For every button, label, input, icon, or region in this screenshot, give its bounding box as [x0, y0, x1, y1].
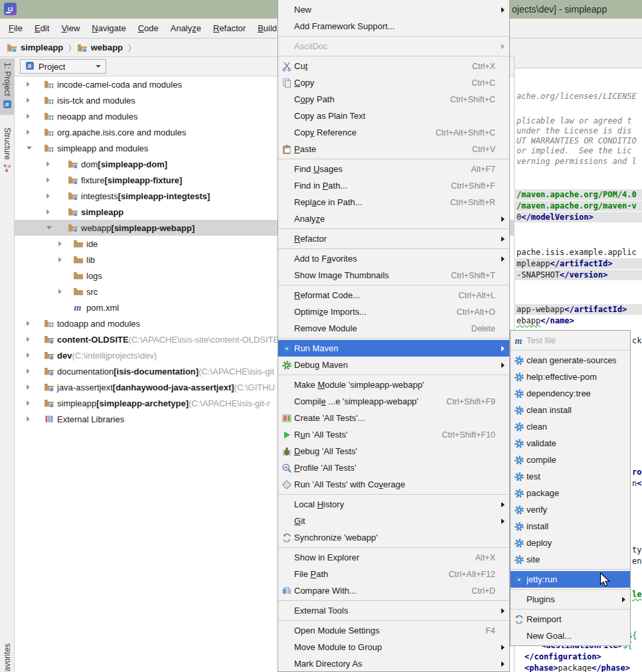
context-menu-item-add-framework-support[interactable]: Add Framework Support... — [278, 18, 509, 35]
context-menu-item-find-in-path[interactable]: Find in Path...Ctrl+Shift+F — [278, 177, 509, 194]
menubar-item-analyze[interactable]: Analyze — [165, 23, 207, 33]
context-menu-item-remove-module[interactable]: Remove ModuleDelete — [278, 320, 509, 337]
context-menu-item-compare-with[interactable]: Compare With...Ctrl+D — [278, 582, 509, 599]
expand-arrow-icon[interactable] — [27, 129, 30, 135]
context-menu-item-git[interactable]: Git — [278, 513, 509, 529]
context-menu-item-show-image-thumbnails[interactable]: Show Image ThumbnailsCtrl+Shift+T — [278, 267, 509, 284]
expand-arrow-icon[interactable] — [27, 321, 30, 326]
context-menu-item-run-all-tests[interactable]: Run 'All Tests'Ctrl+Shift+F10 — [278, 426, 509, 443]
collapse-arrow-icon[interactable] — [27, 147, 32, 150]
menu-item-shortcut: Ctrl+Shift+F10 — [441, 430, 495, 440]
expand-arrow-icon[interactable] — [27, 416, 30, 422]
expand-arrow-icon[interactable] — [27, 400, 30, 406]
context-menu-item-copy-as-plain-text[interactable]: Copy as Plain Text — [278, 108, 509, 124]
editor-code-fragment: mpleapp</artifactId> — [517, 258, 613, 269]
maven-goal-clean[interactable]: clean — [511, 418, 630, 435]
context-menu-item-refactor[interactable]: Refactor — [278, 230, 509, 247]
maven-goal-verify[interactable]: verify — [511, 501, 630, 518]
expand-arrow-icon[interactable] — [27, 353, 30, 358]
menubar-item-code[interactable]: Code — [132, 23, 165, 33]
maven-goal-help-effective-pom[interactable]: help:effective-pom — [511, 369, 630, 385]
tool-window-tab-1-project[interactable]: 1: ProjectJI — [0, 58, 15, 115]
context-menu-item-copy-reference[interactable]: Copy ReferenceCtrl+Alt+Shift+C — [278, 124, 509, 141]
context-menu-item-synchronize-webapp[interactable]: Synchronize 'webapp' — [278, 529, 509, 546]
context-menu-item-debug-all-tests[interactable]: Debug 'All Tests' — [278, 443, 509, 460]
context-menu-item-paste[interactable]: PasteCtrl+V — [278, 141, 509, 157]
maven-goal-site[interactable]: site — [511, 551, 630, 568]
expand-arrow-icon[interactable] — [46, 161, 50, 167]
context-menu-item-add-to-favorites[interactable]: Add to Favorites — [278, 250, 509, 267]
menu-item-shortcut: Ctrl+Shift+T — [451, 271, 495, 280]
expand-arrow-icon[interactable] — [46, 193, 50, 199]
context-menu-item-find-usages[interactable]: Find UsagesAlt+F7 — [278, 161, 509, 177]
maven-goal-clean-generate-sources[interactable]: clean generate-sources — [511, 352, 630, 369]
context-menu-item-create-all-tests[interactable]: Create 'All Tests'... — [278, 410, 509, 426]
context-menu-item-run-all-tests-with-coverage[interactable]: Run 'All Tests' with Coverage — [278, 476, 509, 493]
context-menu-item-analyze[interactable]: Analyze — [278, 210, 509, 227]
expand-arrow-icon[interactable] — [27, 98, 30, 103]
menubar-item-view[interactable]: View — [55, 23, 86, 33]
context-menu-item-reformat-code[interactable]: Reformat Code...Ctrl+Alt+L — [278, 287, 509, 303]
context-menu-item-file-path[interactable]: File PathCtrl+Alt+F12 — [278, 566, 509, 582]
maven-goal-dependency-tree[interactable]: dependency:tree — [511, 385, 630, 402]
context-menu-item-copy-path[interactable]: Copy PathCtrl+Shift+C — [278, 91, 509, 108]
breadcrumb-item-simpleapp[interactable]: simpleapp — [7, 42, 63, 53]
maven-goal-reimport[interactable]: Reimport — [511, 611, 630, 628]
context-menu-item-replace-in-path[interactable]: Replace in Path...Ctrl+Shift+R — [278, 194, 509, 210]
menu-item-shortcut: Ctrl+V — [472, 145, 495, 154]
tool-window-tab-favorites[interactable]: Favorites — [0, 639, 15, 672]
context-menu-item-copy[interactable]: CopyCtrl+C — [278, 74, 509, 91]
collapse-arrow-icon[interactable] — [46, 226, 52, 230]
context-menu-item-run-maven[interactable]: Run Maven — [278, 340, 509, 357]
maven-goal-test[interactable]: test — [511, 468, 630, 485]
context-menu-item-profile-all-tests[interactable]: Profile 'All Tests' — [278, 460, 509, 476]
expand-arrow-icon[interactable] — [27, 82, 30, 87]
menu-separator — [278, 56, 509, 56]
context-menu-item-local-history[interactable]: Local History — [278, 496, 509, 513]
expand-arrow-icon[interactable] — [27, 384, 30, 390]
maven-goal-new-goal[interactable]: New Goal... — [511, 628, 630, 644]
menu-separator — [278, 620, 509, 621]
maven-goal-compile[interactable]: compile — [511, 452, 630, 468]
expand-arrow-icon[interactable] — [27, 114, 30, 119]
context-menu-item-optimize-imports[interactable]: Optimize Imports...Ctrl+Alt+O — [278, 303, 509, 320]
context-menu-item-compile-e-simpleapp-webapp[interactable]: Compile ...e 'simpleapp-webapp'Ctrl+Shif… — [278, 393, 509, 410]
expand-arrow-icon[interactable] — [46, 209, 50, 214]
maven-goal-package[interactable]: package — [511, 485, 630, 501]
maven-goal-deploy[interactable]: deploy — [511, 535, 630, 551]
context-menu-item-make-module-simpleapp-webapp[interactable]: Make Module 'simpleapp-webapp' — [278, 377, 509, 393]
menubar-item-navigate[interactable]: Navigate — [86, 23, 131, 33]
context-menu-item-external-tools[interactable]: External Tools — [278, 602, 509, 619]
context-menu-item-new[interactable]: New — [278, 1, 509, 18]
expand-arrow-icon[interactable] — [58, 241, 62, 246]
expand-arrow-icon[interactable] — [46, 177, 50, 183]
maven-goal-clean-install[interactable]: clean install — [511, 402, 630, 418]
context-menu-item-asciidoc[interactable]: AsciiDoc — [278, 38, 509, 54]
menubar-item-edit[interactable]: Edit — [29, 23, 55, 33]
breadcrumb-item-webapp[interactable]: webapp — [77, 42, 123, 53]
menubar-item-refactor[interactable]: Refactor — [207, 23, 252, 33]
context-menu-item-cut[interactable]: CutCtrl+X — [278, 58, 509, 74]
maven-goal-test-file[interactable]: mTest file — [511, 332, 630, 349]
gear-blue-icon — [512, 438, 526, 449]
profile-icon — [280, 463, 294, 473]
context-menu-item-move-module-to-group[interactable]: Move Module to Group — [278, 639, 509, 655]
menu-item-label: Reimport — [526, 614, 616, 624]
maven-goal-plugins[interactable]: Plugins — [511, 591, 630, 608]
menu-separator — [278, 375, 509, 375]
context-menu-item-debug-maven[interactable]: Debug Maven — [278, 357, 509, 373]
expand-arrow-icon[interactable] — [58, 289, 62, 294]
context-menu-item-open-module-settings[interactable]: Open Module SettingsF4 — [278, 622, 509, 639]
tree-item-label: ide — [86, 239, 98, 249]
create-tests-icon — [280, 413, 294, 424]
expand-arrow-icon[interactable] — [58, 257, 62, 262]
expand-arrow-icon[interactable] — [27, 369, 30, 374]
tool-window-tab-structure[interactable]: Structure — [0, 124, 15, 179]
context-menu-item-mark-directory-as[interactable]: Mark Directory As — [278, 655, 509, 672]
maven-goal-install[interactable]: install — [511, 518, 630, 535]
menubar-item-file[interactable]: File — [3, 23, 29, 33]
project-view-selector[interactable]: JI Project — [20, 59, 106, 74]
expand-arrow-icon[interactable] — [27, 337, 30, 342]
context-menu-item-show-in-explorer[interactable]: Show in ExplorerAlt+X — [278, 549, 509, 566]
maven-goal-validate[interactable]: validate — [511, 435, 630, 452]
